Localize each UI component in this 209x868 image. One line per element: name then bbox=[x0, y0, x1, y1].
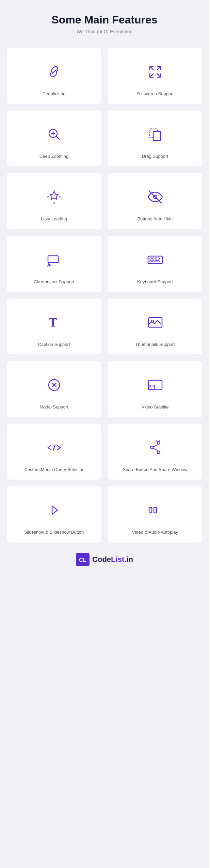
footer-text: CodeList.in bbox=[92, 555, 133, 564]
video-audio-autoplay-label: Video & Audio Autoplay bbox=[132, 529, 178, 535]
video-subtitle-label: Video Subtitle bbox=[142, 404, 169, 410]
chromecast-support-label: Chromecast Support bbox=[34, 279, 74, 285]
svg-rect-6 bbox=[148, 256, 162, 264]
svg-point-16 bbox=[151, 320, 154, 322]
svg-rect-22 bbox=[154, 507, 157, 513]
features-grid: Deeplinking Fullscreen Support Deep Zoom… bbox=[7, 48, 202, 542]
modal-support-label: Modal Support bbox=[39, 404, 68, 410]
caption-support-label: Caption Support bbox=[38, 341, 70, 348]
feature-card-chromecast-support: Chromecast Support bbox=[7, 236, 101, 292]
page-wrapper: Some Main Features We Thought Of Everyth… bbox=[0, 0, 209, 577]
feature-card-thumbnails-support: Thumbnails Support bbox=[108, 299, 202, 354]
page-subtitle: We Thought Of Everything bbox=[7, 29, 202, 34]
deeplinking-label: Deeplinking bbox=[43, 91, 66, 97]
share-button-icon bbox=[142, 434, 169, 461]
svg-rect-7 bbox=[150, 258, 151, 259]
feature-card-slideshow: Slideshow & Slideshow Button bbox=[7, 486, 101, 542]
caption-support-icon: T bbox=[41, 309, 68, 336]
fullscreen-icon bbox=[142, 58, 169, 85]
codelist-logo-icon: CL bbox=[76, 553, 90, 566]
share-button-label: Share Button And Share Window bbox=[123, 467, 187, 473]
video-subtitle-icon: CC bbox=[142, 371, 169, 399]
feature-card-keyboard-support: Keyboard Support bbox=[108, 236, 202, 292]
video-audio-autoplay-icon bbox=[142, 497, 169, 524]
slideshow-icon bbox=[41, 497, 68, 524]
feature-card-fullscreen: Fullscreen Support bbox=[108, 48, 202, 104]
feature-card-video-subtitle: CC Video Subtitle bbox=[108, 361, 202, 417]
feature-card-caption-support: T Caption Support bbox=[7, 299, 101, 354]
lazy-loading-label: Lazy Loading bbox=[41, 216, 67, 222]
feature-card-modal-support: Modal Support bbox=[7, 361, 101, 417]
feature-card-deeplinking: Deeplinking bbox=[7, 48, 101, 104]
feature-card-video-audio-autoplay: Video & Audio Autoplay bbox=[108, 486, 202, 542]
thumbnails-support-icon bbox=[142, 309, 169, 336]
fullscreen-label: Fullscreen Support bbox=[136, 91, 174, 97]
feature-card-deep-zooming: Deep Zooming bbox=[7, 111, 101, 166]
svg-rect-4 bbox=[48, 256, 58, 263]
feature-card-drag-support: Drag Support bbox=[108, 111, 202, 166]
page-title: Some Main Features bbox=[7, 14, 202, 26]
buttons-auto-hide-icon bbox=[142, 183, 169, 211]
footer-logo: CL CodeList.in bbox=[76, 553, 133, 566]
svg-text:CL: CL bbox=[79, 557, 86, 563]
thumbnails-support-label: Thumbnails Support bbox=[135, 341, 175, 348]
deeplinking-icon bbox=[41, 58, 68, 85]
drag-support-label: Drag Support bbox=[142, 153, 168, 160]
feature-card-custom-media-query: Custom Media Query Selector bbox=[7, 424, 101, 480]
svg-rect-21 bbox=[149, 507, 152, 513]
deep-zooming-icon bbox=[41, 121, 68, 148]
svg-rect-10 bbox=[158, 258, 160, 259]
svg-rect-13 bbox=[155, 261, 159, 262]
lazy-loading-icon bbox=[41, 183, 68, 211]
chromecast-support-icon bbox=[41, 246, 68, 273]
custom-media-query-icon bbox=[41, 434, 68, 461]
svg-rect-2 bbox=[153, 132, 161, 140]
svg-rect-9 bbox=[155, 258, 157, 259]
buttons-auto-hide-label: Buttons Auto Hide bbox=[137, 216, 173, 222]
svg-rect-12 bbox=[152, 261, 154, 262]
drag-support-icon bbox=[142, 121, 169, 148]
svg-rect-11 bbox=[150, 261, 151, 262]
custom-media-query-label: Custom Media Query Selector bbox=[24, 467, 83, 473]
modal-support-icon bbox=[41, 371, 68, 399]
svg-point-5 bbox=[47, 265, 49, 267]
keyboard-support-label: Keyboard Support bbox=[137, 279, 173, 285]
footer: CL CodeList.in bbox=[7, 553, 202, 566]
svg-text:T: T bbox=[49, 315, 57, 329]
feature-card-buttons-auto-hide: Buttons Auto Hide bbox=[108, 173, 202, 229]
deep-zooming-label: Deep Zooming bbox=[39, 153, 68, 160]
svg-rect-8 bbox=[152, 258, 154, 259]
slideshow-label: Slideshow & Slideshow Button bbox=[24, 529, 84, 535]
feature-card-lazy-loading: Lazy Loading bbox=[7, 173, 101, 229]
keyboard-support-icon bbox=[142, 246, 169, 273]
feature-card-share-button: Share Button And Share Window bbox=[108, 424, 202, 480]
